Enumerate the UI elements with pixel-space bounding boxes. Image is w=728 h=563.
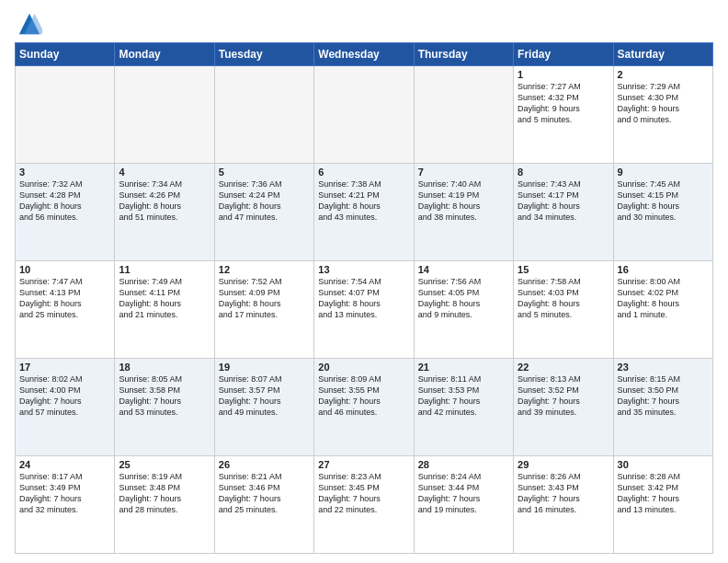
- day-info: Sunrise: 8:00 AM Sunset: 4:02 PM Dayligh…: [618, 276, 709, 321]
- day-number: 22: [518, 362, 609, 373]
- day-number: 20: [318, 362, 409, 373]
- weekday-header-wednesday: Wednesday: [314, 43, 414, 66]
- day-number: 26: [219, 459, 310, 470]
- weekday-header-friday: Friday: [514, 43, 613, 66]
- day-number: 21: [418, 362, 509, 373]
- calendar-cell: 28Sunrise: 8:24 AM Sunset: 3:44 PM Dayli…: [414, 456, 513, 554]
- day-info: Sunrise: 7:58 AM Sunset: 4:03 PM Dayligh…: [518, 276, 609, 321]
- calendar-cell: 17Sunrise: 8:02 AM Sunset: 4:00 PM Dayli…: [16, 359, 115, 456]
- day-number: 29: [518, 459, 609, 470]
- day-number: 30: [618, 459, 709, 470]
- calendar-body: 1Sunrise: 7:27 AM Sunset: 4:32 PM Daylig…: [16, 66, 713, 554]
- calendar-cell: 10Sunrise: 7:47 AM Sunset: 4:13 PM Dayli…: [16, 261, 115, 359]
- calendar-cell: 8Sunrise: 7:43 AM Sunset: 4:17 PM Daylig…: [514, 164, 613, 261]
- calendar-cell: 25Sunrise: 8:19 AM Sunset: 3:48 PM Dayli…: [115, 456, 214, 554]
- calendar-cell: [16, 66, 115, 164]
- calendar-cell: 13Sunrise: 7:54 AM Sunset: 4:07 PM Dayli…: [314, 261, 414, 359]
- day-info: Sunrise: 8:17 AM Sunset: 3:49 PM Dayligh…: [19, 471, 110, 516]
- calendar-cell: 2Sunrise: 7:29 AM Sunset: 4:30 PM Daylig…: [613, 66, 712, 164]
- day-number: 7: [418, 167, 509, 178]
- weekday-header-saturday: Saturday: [613, 43, 712, 66]
- calendar-cell: 14Sunrise: 7:56 AM Sunset: 4:05 PM Dayli…: [414, 261, 513, 359]
- day-info: Sunrise: 7:52 AM Sunset: 4:09 PM Dayligh…: [219, 276, 310, 321]
- day-info: Sunrise: 7:29 AM Sunset: 4:30 PM Dayligh…: [618, 81, 709, 126]
- day-number: 19: [219, 362, 310, 373]
- calendar-cell: 9Sunrise: 7:45 AM Sunset: 4:15 PM Daylig…: [613, 164, 712, 261]
- weekday-header-tuesday: Tuesday: [214, 43, 313, 66]
- calendar-cell: 27Sunrise: 8:23 AM Sunset: 3:45 PM Dayli…: [314, 456, 414, 554]
- day-number: 17: [19, 362, 110, 373]
- day-info: Sunrise: 8:02 AM Sunset: 4:00 PM Dayligh…: [19, 373, 110, 419]
- calendar-week-3: 10Sunrise: 7:47 AM Sunset: 4:13 PM Dayli…: [16, 261, 713, 359]
- logo: [15, 11, 42, 37]
- calendar-week-4: 17Sunrise: 8:02 AM Sunset: 4:00 PM Dayli…: [16, 359, 713, 456]
- day-info: Sunrise: 7:47 AM Sunset: 4:13 PM Dayligh…: [19, 276, 110, 321]
- calendar-cell: 11Sunrise: 7:49 AM Sunset: 4:11 PM Dayli…: [115, 261, 214, 359]
- day-info: Sunrise: 8:07 AM Sunset: 3:57 PM Dayligh…: [219, 373, 310, 419]
- calendar-cell: 15Sunrise: 7:58 AM Sunset: 4:03 PM Dayli…: [514, 261, 613, 359]
- day-number: 27: [318, 459, 409, 470]
- day-info: Sunrise: 8:11 AM Sunset: 3:53 PM Dayligh…: [418, 373, 509, 419]
- calendar-cell: 6Sunrise: 7:38 AM Sunset: 4:21 PM Daylig…: [314, 164, 414, 261]
- weekday-header-monday: Monday: [115, 43, 214, 66]
- day-info: Sunrise: 8:28 AM Sunset: 3:42 PM Dayligh…: [618, 471, 709, 516]
- calendar-cell: [214, 66, 313, 164]
- day-info: Sunrise: 7:34 AM Sunset: 4:26 PM Dayligh…: [119, 178, 210, 224]
- day-number: 16: [618, 264, 709, 275]
- day-info: Sunrise: 7:40 AM Sunset: 4:19 PM Dayligh…: [418, 178, 509, 224]
- day-number: 11: [119, 264, 210, 275]
- day-number: 25: [119, 459, 210, 470]
- calendar-cell: 5Sunrise: 7:36 AM Sunset: 4:24 PM Daylig…: [214, 164, 313, 261]
- day-info: Sunrise: 8:15 AM Sunset: 3:50 PM Dayligh…: [618, 373, 709, 419]
- page: SundayMondayTuesdayWednesdayThursdayFrid…: [0, 0, 728, 563]
- day-number: 18: [119, 362, 210, 373]
- day-number: 28: [418, 459, 509, 470]
- day-number: 3: [19, 167, 110, 178]
- day-info: Sunrise: 7:45 AM Sunset: 4:15 PM Dayligh…: [618, 178, 709, 224]
- day-info: Sunrise: 8:05 AM Sunset: 3:58 PM Dayligh…: [119, 373, 210, 419]
- calendar-cell: 3Sunrise: 7:32 AM Sunset: 4:28 PM Daylig…: [16, 164, 115, 261]
- calendar-cell: 29Sunrise: 8:26 AM Sunset: 3:43 PM Dayli…: [514, 456, 613, 554]
- calendar-cell: 18Sunrise: 8:05 AM Sunset: 3:58 PM Dayli…: [115, 359, 214, 456]
- calendar-cell: [314, 66, 414, 164]
- day-info: Sunrise: 8:24 AM Sunset: 3:44 PM Dayligh…: [418, 471, 509, 516]
- calendar-cell: 23Sunrise: 8:15 AM Sunset: 3:50 PM Dayli…: [613, 359, 712, 456]
- calendar-cell: 26Sunrise: 8:21 AM Sunset: 3:46 PM Dayli…: [214, 456, 313, 554]
- day-info: Sunrise: 7:54 AM Sunset: 4:07 PM Dayligh…: [318, 276, 409, 321]
- calendar-cell: 22Sunrise: 8:13 AM Sunset: 3:52 PM Dayli…: [514, 359, 613, 456]
- day-number: 8: [518, 167, 609, 178]
- calendar-week-1: 1Sunrise: 7:27 AM Sunset: 4:32 PM Daylig…: [16, 66, 713, 164]
- calendar-cell: 21Sunrise: 8:11 AM Sunset: 3:53 PM Dayli…: [414, 359, 513, 456]
- calendar-cell: 19Sunrise: 8:07 AM Sunset: 3:57 PM Dayli…: [214, 359, 313, 456]
- weekday-header-row: SundayMondayTuesdayWednesdayThursdayFrid…: [16, 43, 713, 66]
- calendar-cell: 1Sunrise: 7:27 AM Sunset: 4:32 PM Daylig…: [514, 66, 613, 164]
- day-number: 4: [119, 167, 210, 178]
- day-info: Sunrise: 8:09 AM Sunset: 3:55 PM Dayligh…: [318, 373, 409, 419]
- calendar-cell: 7Sunrise: 7:40 AM Sunset: 4:19 PM Daylig…: [414, 164, 513, 261]
- day-info: Sunrise: 8:26 AM Sunset: 3:43 PM Dayligh…: [518, 471, 609, 516]
- day-number: 5: [219, 167, 310, 178]
- day-info: Sunrise: 7:38 AM Sunset: 4:21 PM Dayligh…: [318, 178, 409, 224]
- day-info: Sunrise: 8:13 AM Sunset: 3:52 PM Dayligh…: [518, 373, 609, 419]
- weekday-header-thursday: Thursday: [414, 43, 513, 66]
- logo-icon: [17, 11, 42, 37]
- calendar-cell: 30Sunrise: 8:28 AM Sunset: 3:42 PM Dayli…: [613, 456, 712, 554]
- weekday-header-sunday: Sunday: [16, 43, 115, 66]
- day-number: 15: [518, 264, 609, 275]
- day-number: 24: [19, 459, 110, 470]
- calendar-week-5: 24Sunrise: 8:17 AM Sunset: 3:49 PM Dayli…: [16, 456, 713, 554]
- day-number: 13: [318, 264, 409, 275]
- day-info: Sunrise: 8:21 AM Sunset: 3:46 PM Dayligh…: [219, 471, 310, 516]
- day-number: 14: [418, 264, 509, 275]
- day-info: Sunrise: 8:19 AM Sunset: 3:48 PM Dayligh…: [119, 471, 210, 516]
- calendar-table: SundayMondayTuesdayWednesdayThursdayFrid…: [15, 42, 713, 554]
- day-info: Sunrise: 8:23 AM Sunset: 3:45 PM Dayligh…: [318, 471, 409, 516]
- calendar-cell: [115, 66, 214, 164]
- calendar-cell: 20Sunrise: 8:09 AM Sunset: 3:55 PM Dayli…: [314, 359, 414, 456]
- day-number: 23: [618, 362, 709, 373]
- calendar-week-2: 3Sunrise: 7:32 AM Sunset: 4:28 PM Daylig…: [16, 164, 713, 261]
- day-number: 6: [318, 167, 409, 178]
- calendar-cell: 4Sunrise: 7:34 AM Sunset: 4:26 PM Daylig…: [115, 164, 214, 261]
- day-info: Sunrise: 7:27 AM Sunset: 4:32 PM Dayligh…: [518, 81, 609, 126]
- day-info: Sunrise: 7:36 AM Sunset: 4:24 PM Dayligh…: [219, 178, 310, 224]
